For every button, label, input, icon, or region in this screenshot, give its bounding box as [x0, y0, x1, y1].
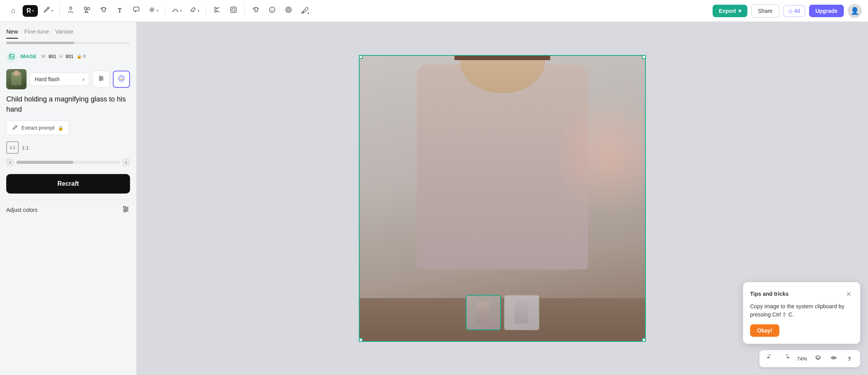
pen-icon — [43, 6, 50, 16]
tips-title: Tips and tricks — [750, 291, 789, 297]
style-tools-button[interactable] — [93, 71, 110, 88]
eye-button[interactable] — [827, 352, 840, 365]
svg-point-30 — [121, 76, 122, 78]
sliders-icon — [98, 75, 105, 84]
curve-tool-button[interactable]: ▾ — [169, 4, 184, 17]
layers-button[interactable] — [812, 352, 824, 365]
extract-prompt-label: Extract prompt — [21, 125, 55, 131]
svg-point-40 — [833, 357, 835, 359]
tab-new[interactable]: New — [6, 28, 18, 39]
curve-dropdown-arrow: ▾ — [180, 9, 182, 13]
magic-tool-button[interactable]: ▾ — [146, 4, 161, 17]
ratio-box-icon: 1:1 — [6, 141, 19, 154]
scissors-tool-button[interactable] — [210, 4, 224, 18]
scroll-left-icon: ‹ — [9, 160, 11, 165]
tshirt-tool-button[interactable] — [96, 4, 111, 18]
undo-button[interactable] — [764, 352, 777, 365]
canvas-area[interactable]: 74% ? — [137, 22, 868, 375]
export-button[interactable]: Export ▾ — [713, 5, 747, 17]
share-button[interactable]: Share — [751, 4, 779, 18]
credits-button[interactable]: ◇ 44 — [783, 5, 806, 17]
tips-panel: Tips and tricks ✕ Copy image to the syst… — [743, 282, 860, 344]
character-tool-button[interactable] — [64, 4, 78, 18]
text-tool-button[interactable]: T — [113, 4, 127, 18]
toolbar-divider-2 — [165, 5, 165, 16]
style-name-button[interactable]: Hard flash › — [30, 73, 89, 86]
shirt2-tool-button[interactable] — [249, 4, 263, 18]
recraft-logo-button[interactable]: R ▾ — [23, 5, 38, 17]
ratio-row: 1:1 1:1 — [6, 141, 130, 154]
face-tool-button[interactable] — [265, 4, 279, 18]
adjust-colors-button[interactable] — [121, 205, 130, 215]
tips-close-button[interactable]: ✕ — [844, 289, 853, 299]
panel-tabs: New Fine-tune Variate — [0, 22, 136, 39]
shapes-icon — [83, 6, 91, 16]
scissors-icon — [213, 6, 221, 16]
svg-point-12 — [269, 7, 275, 12]
main-toolbar: ⌂ R ▾ ▾ — [0, 0, 868, 22]
handle-bottom-left[interactable] — [359, 338, 363, 342]
eye-icon — [830, 354, 837, 363]
svg-point-13 — [271, 9, 271, 10]
user-avatar-button[interactable]: 👤 — [848, 4, 862, 18]
upgrade-button[interactable]: Upgrade — [809, 5, 844, 17]
svg-point-29 — [119, 76, 124, 81]
svg-point-11 — [232, 8, 235, 11]
style-row: Hard flash › — [6, 69, 130, 89]
export-dropdown-arrow: ▾ — [738, 8, 741, 14]
credits-diamond-icon: ◇ — [788, 8, 793, 14]
horizontal-scrolltrack — [16, 161, 120, 164]
pen-tool-button[interactable]: ▾ — [40, 4, 55, 17]
palette-icon — [118, 75, 125, 84]
target-icon — [285, 6, 292, 16]
speech-bubble-icon — [132, 6, 140, 16]
width-label: W — [41, 54, 45, 59]
home-button[interactable]: ⌂ — [6, 4, 20, 18]
svg-point-7 — [177, 11, 178, 12]
shapes-tool-button[interactable] — [80, 4, 94, 18]
eraser-dropdown-arrow: ▾ — [198, 9, 200, 13]
svg-point-3 — [87, 7, 90, 10]
svg-point-17 — [288, 9, 289, 11]
target-tool-button[interactable] — [282, 4, 296, 18]
speech-bubble-tool-button[interactable] — [129, 4, 143, 18]
mask-tool-button[interactable] — [226, 4, 241, 18]
height-label: H — [59, 54, 62, 59]
svg-point-26 — [101, 78, 103, 79]
style-arrow-icon: › — [82, 76, 84, 82]
redo-button[interactable] — [780, 352, 792, 365]
style-palette-button[interactable] — [113, 71, 130, 88]
thumbnail-1[interactable] — [466, 295, 501, 330]
logo-dropdown-arrow: ▾ — [32, 9, 34, 13]
prompt-text: Child holding a magnifying glass to his … — [6, 94, 130, 114]
svg-point-28 — [100, 79, 101, 81]
handle-top-left[interactable] — [359, 55, 363, 59]
ratio-label: 1:1 — [22, 145, 29, 151]
eraser-tool-button[interactable]: ▾ — [187, 4, 202, 17]
sliders2-icon — [121, 209, 130, 215]
face-icon — [268, 6, 276, 16]
bottom-toolbar: 74% ? — [759, 350, 860, 367]
svg-point-24 — [100, 76, 101, 78]
okay-button[interactable]: Okay! — [750, 324, 779, 337]
handle-bottom-right[interactable] — [642, 338, 646, 342]
tips-header: Tips and tricks ✕ — [750, 289, 853, 299]
svg-rect-10 — [231, 7, 236, 12]
scroll-right-button[interactable]: › — [122, 158, 130, 166]
svg-point-5 — [151, 9, 153, 11]
toolbar-divider-4 — [244, 5, 245, 16]
thumbnail-2[interactable] — [504, 295, 539, 330]
paint-tool-button[interactable] — [298, 4, 312, 18]
text-icon: T — [118, 7, 122, 14]
scroll-left-button[interactable]: ‹ — [6, 158, 14, 166]
help-button[interactable]: ? — [843, 352, 856, 365]
recraft-label: Recraft — [57, 180, 79, 187]
tab-variate[interactable]: Variate — [55, 28, 73, 39]
tab-fine-tune[interactable]: Fine-tune — [24, 28, 49, 39]
handle-top-right[interactable] — [642, 55, 646, 59]
svg-rect-2 — [84, 7, 87, 9]
okay-label: Okay! — [757, 327, 772, 334]
extract-prompt-button[interactable]: Extract prompt 🔒 — [6, 121, 70, 135]
thumbnail-2-image — [505, 296, 538, 329]
recraft-button[interactable]: Recraft — [6, 174, 130, 194]
